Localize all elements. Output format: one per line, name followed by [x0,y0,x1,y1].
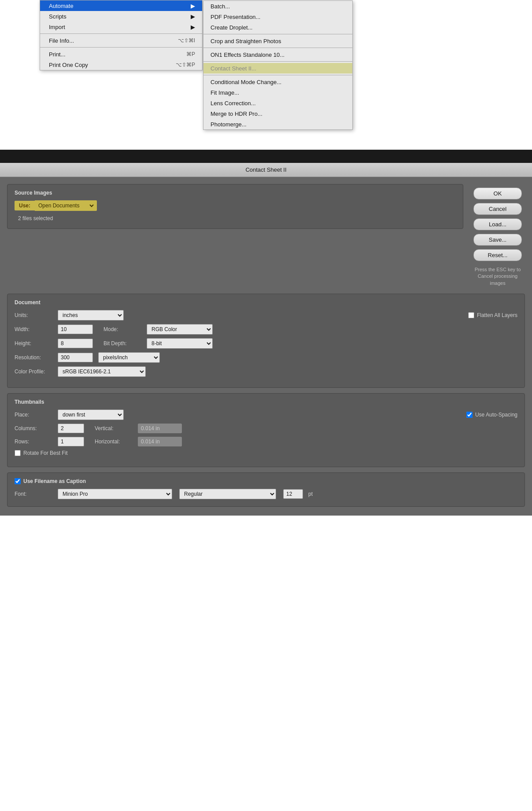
submenu-droplet-label: Create Droplet... [211,24,252,31]
submenu-item-photomerge[interactable]: Photomerge... [203,119,352,129]
rows-horizontal-row: Rows: Horizontal: [15,437,517,446]
dialog-area: Contact Sheet II Source Images Use: Open… [0,163,532,516]
width-col: Width: [15,324,93,334]
source-images-section: Source Images Use: Open Documents File F… [7,184,463,229]
units-label: Units: [15,312,54,318]
horizontal-col: Horizontal: [95,437,182,446]
use-label: Use: [15,201,35,210]
menu-item-print-one-label: Print One Copy [49,62,88,68]
menu-item-automate-arrow: ▶ [191,3,195,9]
color-profile-row: Color Profile: sRGB IEC61966-2.1 Adobe R… [15,366,517,377]
rotate-text: Rotate For Best Fit [23,450,68,456]
rotate-checkbox[interactable] [15,450,21,456]
rows-col: Rows: [15,437,84,446]
submenu-item-crop[interactable]: Crop and Straighten Photos [203,36,352,46]
files-count: 2 files selected [15,215,456,221]
menu-item-automate[interactable]: Automate ▶ [40,0,202,11]
width-label: Width: [15,326,54,332]
submenu-conditional-label: Conditional Mode Change... [211,79,281,85]
menu-item-scripts-arrow: ▶ [191,13,195,20]
width-input[interactable] [58,324,93,334]
reset-button[interactable]: Reset... [473,249,522,261]
vertical-label: Vertical: [95,425,134,431]
flatten-checkbox[interactable] [468,312,474,318]
submenu-item-fitimage[interactable]: Fit Image... [203,87,352,98]
columns-col: Columns: [15,424,84,433]
ok-button[interactable]: OK [473,188,522,199]
submenu-sep-2 [203,48,352,48]
menu-item-print-one-shortcut: ⌥⇧⌘P [176,62,195,68]
auto-spacing-label[interactable]: Use Auto-Spacing [466,412,517,418]
menu-separator-2 [40,47,202,48]
height-col: Height: [15,339,93,348]
source-images-title: Source Images [15,190,456,196]
rotate-row: Rotate For Best Fit [15,450,517,456]
place-label: Place: [15,412,54,418]
mode-select[interactable]: RGB Color CMYK Color Grayscale Lab Color [147,324,213,335]
units-row: Units: inches cm mm pixels Flatten All L… [15,310,517,321]
submenu-sep-4 [203,75,352,75]
submenu-item-on1[interactable]: ON1 Effects Standalone 10... [203,49,352,60]
height-label: Height: [15,340,54,347]
resolution-input[interactable] [58,353,93,362]
horizontal-input[interactable] [138,437,182,446]
menu-separator-1 [40,33,202,34]
menu-item-automate-label: Automate [49,3,74,9]
use-select[interactable]: Open Documents File Folder Selected Open… [35,200,95,211]
height-input[interactable] [58,339,93,348]
submenu-item-hdr[interactable]: Merge to HDR Pro... [203,108,352,119]
horizontal-label: Horizontal: [95,439,134,445]
place-select[interactable]: down first across first [58,409,124,420]
font-select[interactable]: Minion Pro Arial Helvetica Times New Rom… [58,489,172,499]
submenu-item-lens[interactable]: Lens Correction... [203,98,352,108]
menu-item-import-arrow: ▶ [191,24,195,30]
submenu-contactsheet-label: Contact Sheet II... [211,65,256,72]
flatten-checkbox-label[interactable]: Flatten All Layers [468,312,517,318]
font-label: Font: [15,491,54,497]
menu-item-print-label: Print... [49,51,66,58]
menu-item-print[interactable]: Print... ⌘P [40,49,202,59]
esc-hint: Press the ESC key to Cancel processing i… [470,265,525,288]
menu-item-import[interactable]: Import ▶ [40,22,202,32]
submenu-item-conditional[interactable]: Conditional Mode Change... [203,77,352,87]
save-button[interactable]: Save... [473,234,522,246]
dialog-title-bar: Contact Sheet II [0,163,532,177]
columns-vertical-row: Columns: Vertical: [15,424,517,433]
dialog-buttons: OK Cancel Load... Save... Reset... Press… [463,184,525,288]
submenu-lens-label: Lens Correction... [211,100,256,107]
cancel-button[interactable]: Cancel [473,203,522,215]
menu-item-fileinfo-shortcut: ⌥⇧⌘I [178,37,195,44]
columns-input[interactable] [58,424,84,433]
color-profile-select[interactable]: sRGB IEC61966-2.1 Adobe RGB (1998) ProPh… [58,366,146,377]
rotate-label[interactable]: Rotate For Best Fit [15,450,68,456]
submenu-crop-label: Crop and Straighten Photos [211,38,281,44]
load-button[interactable]: Load... [473,218,522,230]
submenu-item-pdf[interactable]: PDF Presentation... [203,11,352,22]
vertical-input[interactable] [138,424,182,433]
thumbnails-section: Thumbnails Place: down first across firs… [7,393,525,467]
caption-checkbox[interactable] [15,478,21,484]
units-select[interactable]: inches cm mm pixels [58,310,124,321]
font-style-select[interactable]: Regular Bold Italic Bold Italic [179,489,276,499]
submenu-item-contactsheet[interactable]: Contact Sheet II... [203,63,352,74]
menu-item-print-shortcut: ⌘P [186,51,195,57]
auto-spacing-text: Use Auto-Spacing [475,412,517,418]
font-size-input[interactable] [283,489,303,499]
vertical-col: Vertical: [95,424,182,433]
submenu-item-batch[interactable]: Batch... [203,1,352,11]
automate-submenu: Batch... PDF Presentation... Create Drop… [203,0,353,130]
caption-font-row: Font: Minion Pro Arial Helvetica Times N… [15,489,517,499]
bitdepth-select[interactable]: 8-bit 16-bit 32-bit [147,338,213,349]
rows-input[interactable] [58,437,84,446]
submenu-batch-label: Batch... [211,3,230,10]
menu-item-scripts[interactable]: Scripts ▶ [40,11,202,22]
submenu-hdr-label: Merge to HDR Pro... [211,111,262,117]
submenu-on1-label: ON1 Effects Standalone 10... [211,52,284,58]
menu-item-print-one[interactable]: Print One Copy ⌥⇧⌘P [40,59,202,70]
submenu-item-droplet[interactable]: Create Droplet... [203,22,352,33]
resolution-row: Resolution: pixels/inch pixels/cm [15,352,517,363]
auto-spacing-checkbox[interactable] [466,412,473,418]
resolution-unit-select[interactable]: pixels/inch pixels/cm [98,352,160,363]
color-profile-label: Color Profile: [15,369,54,375]
menu-item-fileinfo[interactable]: File Info... ⌥⇧⌘I [40,35,202,46]
